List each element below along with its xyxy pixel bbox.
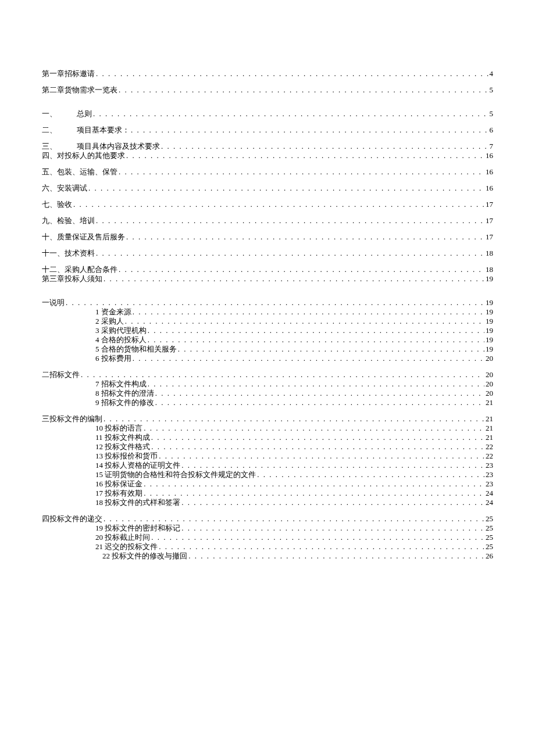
toc-entry[interactable]: 十一、技术资料18 [42, 249, 493, 257]
toc-leader-dots [144, 480, 484, 488]
toc-entry-page: 20 [486, 371, 493, 378]
toc-leader-dots [133, 308, 484, 316]
toc-entry[interactable]: 21 迟交的投标文件25 [42, 543, 493, 550]
toc-entry[interactable]: 四、对投标人的其他要求16 [42, 152, 493, 159]
toc-leader-dots [96, 249, 484, 257]
toc-entry[interactable]: 14 投标人资格的证明文件23 [42, 461, 493, 469]
toc-entry[interactable]: 第二章货物需求一览表5 [42, 86, 493, 94]
toc-entry[interactable]: 一说明19 [42, 299, 493, 306]
toc-entry[interactable]: 六、安装调试16 [42, 184, 493, 192]
toc-entry-page: 17 [486, 233, 493, 241]
toc-leader-dots [119, 168, 484, 175]
toc-entry-page: 19 [486, 345, 493, 353]
toc-entry[interactable]: 20 投标截止时间25 [42, 533, 493, 541]
toc-leader-dots [151, 443, 484, 450]
toc-entry-page: 20 [486, 389, 493, 397]
toc-entry[interactable]: 5 合格的货物和相关服务19 [42, 345, 493, 353]
page-container: 第一章招标邀请4第二章货物需求一览表5一、总则5二、项目基本要求：6三、项目具体… [0, 0, 535, 615]
toc-entry-label: 第二章货物需求一览表 [42, 86, 117, 94]
toc-entry[interactable]: 16 投标保证金23 [42, 480, 493, 488]
toc-entry-label: 五、包装、运输、保管 [42, 168, 117, 175]
toc-entry[interactable]: 九、检验、培训17 [42, 217, 493, 224]
toc-leader-dots [126, 233, 484, 241]
toc-entry[interactable]: 一、总则5 [42, 110, 493, 117]
toc-entry[interactable]: 三投标文件的编制21 [42, 415, 493, 422]
toc-entry[interactable]: 7 招标文件构成20 [42, 380, 493, 388]
toc-entry-label: 4 合格的投标人 [95, 336, 147, 343]
toc-entry-title: 总则 [77, 110, 92, 117]
toc-entry-page: 19 [486, 327, 493, 334]
toc-entry-label: 二、项目基本要求： [42, 126, 130, 134]
toc-entry-page: 19 [486, 336, 493, 343]
toc-entry[interactable]: 五、包装、运输、保管16 [42, 168, 493, 175]
toc-entry-page: 19 [486, 299, 493, 306]
toc-entry[interactable]: 9 招标文件的修改21 [42, 399, 493, 406]
toc-entry-page: 21 [486, 415, 493, 422]
toc-leader-dots [161, 142, 488, 150]
toc-entry-page: 23 [486, 471, 493, 478]
toc-entry[interactable]: 十二、采购人配合条件18 [42, 266, 493, 273]
toc-entry-label: 七、验收 [42, 200, 72, 208]
toc-leader-dots [81, 371, 484, 378]
toc-entry-label: 十二、采购人配合条件 [42, 266, 117, 273]
toc-entry-label: 16 投标保证金 [95, 480, 142, 488]
toc-entry[interactable]: 1 资金来源19 [42, 308, 493, 316]
toc-entry[interactable]: 七、验收17 [42, 200, 493, 208]
toc-entry-page: 19 [486, 308, 493, 316]
toc-entry-title: 项目基本要求： [77, 126, 130, 134]
toc-entry[interactable]: 二、项目基本要求：6 [42, 126, 493, 134]
toc-entry-label: 1 资金来源 [95, 308, 131, 316]
toc-leader-dots [144, 424, 484, 432]
toc-entry-page: 24 [486, 489, 493, 497]
toc-entry[interactable]: 15 证明货物的合格性和符合投标文件规定的文件23 [42, 471, 493, 478]
toc-entry-label: 十一、技术资料 [42, 249, 95, 257]
toc-entry-page: 22 [486, 443, 493, 450]
toc-entry[interactable]: 22 投标文件的修改与撤回26 [42, 552, 493, 560]
toc-leader-dots [88, 184, 484, 192]
toc-entry[interactable]: 8 招标文件的澄清20 [42, 389, 493, 397]
toc-entry[interactable]: 13 投标报价和货币22 [42, 452, 493, 460]
toc-entry[interactable]: 6 投标费用20 [42, 354, 493, 362]
toc-entry-label: 九、检验、培训 [42, 217, 95, 224]
toc-entry[interactable]: 第一章招标邀请4 [42, 70, 493, 77]
toc-entry-number: 一、 [42, 110, 77, 117]
toc-entry[interactable]: 4 合格的投标人19 [42, 336, 493, 343]
toc-entry[interactable]: 18 投标文件的式样和签署24 [42, 499, 493, 506]
toc-entry[interactable]: 17 投标有效期24 [42, 489, 493, 497]
toc-entry-label: 十、质量保证及售后服务 [42, 233, 125, 241]
toc-entry-title: 项目具体内容及技术要求 [77, 142, 160, 150]
toc-entry[interactable]: 3 采购代理机构19 [42, 327, 493, 334]
toc-entry-page: 21 [486, 433, 493, 441]
toc-leader-dots [188, 552, 484, 560]
toc-entry[interactable]: 二招标文件20 [42, 371, 493, 378]
toc-entry[interactable]: 四投标文件的递交25 [42, 515, 493, 522]
toc-entry-label: 二招标文件 [42, 371, 80, 378]
toc-leader-dots [104, 415, 484, 422]
toc-entry-label: 6 投标费用 [95, 354, 131, 362]
toc-entry-page: 21 [486, 399, 493, 406]
toc-entry[interactable]: 三、项目具体内容及技术要求7 [42, 142, 493, 150]
toc-entry[interactable]: 19 投标文件的密封和标记25 [42, 524, 493, 532]
toc-entry[interactable]: 十、质量保证及售后服务17 [42, 233, 493, 241]
toc-entry-page: 17 [486, 200, 493, 208]
toc-leader-dots [119, 266, 484, 273]
toc-entry-page: 19 [486, 275, 493, 282]
toc-entry-label: 2 采购人 [95, 317, 124, 325]
toc-leader-dots [159, 543, 484, 550]
toc-entry-label: 10 投标的语言 [95, 424, 142, 432]
toc-leader-dots [133, 354, 484, 362]
toc-entry[interactable]: 第三章投标人须知19 [42, 275, 493, 282]
toc-entry[interactable]: 11 投标文件构成21 [42, 433, 493, 441]
toc-leader-dots [148, 336, 484, 343]
toc-entry-page: 25 [486, 515, 493, 522]
toc-leader-dots [144, 489, 484, 497]
toc-entry[interactable]: 10 投标的语言21 [42, 424, 493, 432]
toc-entry[interactable]: 12 投标文件格式22 [42, 443, 493, 450]
toc-entry-label: 5 合格的货物和相关服务 [95, 345, 177, 353]
toc-entry-label: 一说明 [42, 299, 65, 306]
toc-leader-dots [104, 275, 484, 282]
toc-entry-page: 25 [486, 533, 493, 541]
toc-entry-number: 二、 [42, 126, 77, 134]
toc-entry[interactable]: 2 采购人19 [42, 317, 493, 325]
toc-entry-page: 16 [486, 152, 493, 159]
